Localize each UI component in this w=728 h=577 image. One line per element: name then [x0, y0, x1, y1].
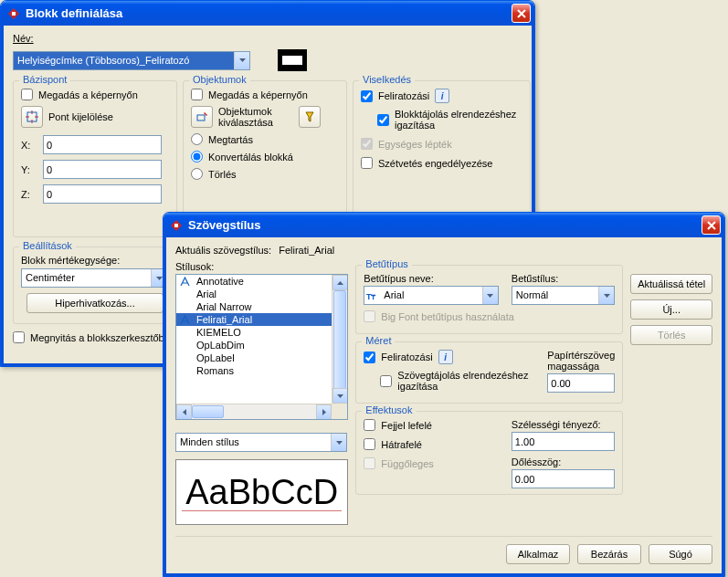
svg-marker-5: [156, 277, 163, 280]
vertical-label: Függőleges: [381, 458, 434, 469]
preview-text: AaBbCcD: [185, 473, 338, 512]
style-filter-value: Minden stílus: [176, 434, 331, 451]
quick-select-button[interactable]: [299, 106, 321, 128]
title-bar[interactable]: Szövegstílus: [164, 213, 724, 237]
close-button[interactable]: [512, 4, 531, 23]
style-item-label: Felirati_Arial: [196, 314, 252, 325]
style-list-item[interactable]: KIEMELO: [176, 326, 347, 339]
size-group: Méret Feliratozási i Szövegtájolás elren…: [355, 341, 623, 404]
styles-listbox[interactable]: AnnotativeArialArial NarrowFelirati_Aria…: [175, 274, 348, 420]
units-combo[interactable]: Centiméter: [21, 268, 167, 288]
chevron-down-icon[interactable]: [234, 52, 249, 69]
window-title: Szövegstílus: [188, 218, 702, 232]
annotative-checkbox[interactable]: [361, 90, 373, 102]
info-icon[interactable]: i: [435, 89, 449, 103]
hyperlink-button[interactable]: Hiperhivatkozás...: [26, 293, 164, 313]
effects-group: Effektusok Fejjel lefelé Hátrafelé: [355, 411, 623, 495]
apply-button[interactable]: Alkalmaz: [506, 544, 570, 564]
style-filter-combo[interactable]: Minden stílus: [175, 433, 347, 452]
effects-legend: Effektusok: [362, 404, 416, 415]
style-list-item[interactable]: Arial: [176, 288, 347, 300]
oblique-input[interactable]: [512, 469, 615, 488]
style-item-label: Arial: [196, 288, 216, 299]
size-annotative-checkbox[interactable]: [364, 351, 375, 363]
bigfont-label: Big Font betűtípus használata: [381, 311, 514, 322]
style-list-item[interactable]: Annotative: [176, 275, 347, 288]
backwards-checkbox[interactable]: [364, 438, 375, 450]
style-list-item[interactable]: OpLabel: [176, 351, 347, 364]
chevron-down-icon[interactable]: [482, 287, 498, 304]
annotative-icon: [180, 315, 191, 326]
font-style-combo[interactable]: Normál: [512, 286, 615, 305]
svg-text:Tᴛ: Tᴛ: [366, 292, 376, 301]
scroll-down-arrow[interactable]: [332, 388, 348, 404]
style-item-label: OpLabel: [196, 352, 235, 363]
paper-height-input[interactable]: [547, 373, 615, 393]
style-list-item[interactable]: Romans: [176, 364, 347, 377]
truetype-icon: Tᴛ: [364, 287, 380, 304]
title-bar[interactable]: Blokk definiálása: [1, 1, 534, 26]
objects-onscreen-checkbox[interactable]: [191, 89, 203, 100]
svg-marker-14: [487, 294, 493, 298]
style-list-item[interactable]: Felirati_Arial: [176, 313, 347, 326]
style-list-item[interactable]: Arial Narrow: [176, 300, 347, 313]
size-annotative-label: Feliratozási: [381, 351, 432, 362]
close-dialog-button[interactable]: Bezárás: [577, 544, 641, 564]
block-thumbnail: [278, 49, 307, 71]
basepoint-onscreen-checkbox[interactable]: [21, 89, 33, 100]
size-match-checkbox[interactable]: [380, 375, 392, 387]
basepoint-group: Bázispont Megadás a képernyőn Pont kijel…: [13, 80, 177, 237]
size-match-label: Szövegtájolás elrendezéshez igazítása: [397, 370, 534, 392]
scroll-right-arrow[interactable]: [316, 404, 332, 420]
size-legend: Méret: [362, 335, 395, 346]
select-objects-button[interactable]: [191, 106, 213, 128]
vertical-scrollbar[interactable]: [332, 275, 347, 404]
delete-radio[interactable]: [191, 168, 203, 180]
font-preview: AaBbCcD: [175, 459, 348, 525]
svg-marker-15: [604, 294, 610, 298]
z-input[interactable]: [43, 184, 162, 204]
upside-checkbox[interactable]: [364, 419, 375, 431]
styles-column: Stílusok: AnnotativeArialArial NarrowFel…: [175, 261, 348, 525]
help-button[interactable]: Súgó: [649, 544, 712, 564]
match-orient-checkbox[interactable]: [377, 114, 389, 126]
side-buttons: Aktuálissá tétel Új... Törlés: [630, 261, 712, 525]
new-button[interactable]: Új...: [630, 299, 712, 320]
retain-radio[interactable]: [191, 133, 203, 145]
uniform-scale-checkbox: [361, 138, 373, 150]
style-item-label: Romans: [196, 365, 234, 376]
allow-explode-checkbox[interactable]: [361, 157, 373, 169]
scroll-up-arrow[interactable]: [332, 275, 348, 290]
info-icon[interactable]: i: [438, 350, 453, 364]
convert-radio[interactable]: [191, 151, 203, 163]
style-list-item[interactable]: OpLabDim: [176, 339, 347, 351]
font-style-label: Betűstílus:: [512, 273, 615, 284]
pick-point-button[interactable]: [21, 106, 43, 128]
window-title: Blokk definiálása: [26, 6, 512, 20]
convert-label: Konvertálás blokká: [208, 152, 293, 163]
horizontal-scrollbar[interactable]: [176, 404, 347, 419]
properties-column: Betűtípus Betűtípus neve: Tᴛ Arial: [355, 261, 623, 525]
scroll-thumb-h[interactable]: [192, 405, 224, 418]
x-input[interactable]: [43, 135, 162, 154]
open-in-editor-checkbox[interactable]: [13, 331, 25, 343]
oblique-label: Dőlésszög:: [512, 456, 615, 467]
backwards-label: Hátrafelé: [381, 439, 422, 450]
scroll-left-arrow[interactable]: [176, 404, 192, 420]
objects-onscreen-label: Megadás a képernyőn: [208, 89, 308, 100]
y-input[interactable]: [43, 160, 162, 179]
font-name-combo[interactable]: Tᴛ Arial: [364, 286, 499, 305]
scroll-thumb[interactable]: [333, 290, 346, 391]
block-name-combo[interactable]: Helyiségcímke (Többsoros)_Feliratozó: [13, 51, 250, 70]
chevron-down-icon[interactable]: [598, 287, 614, 304]
style-item-label: OpLabDim: [196, 340, 245, 351]
chevron-down-icon[interactable]: [331, 434, 346, 451]
svg-rect-4: [197, 115, 205, 121]
font-group: Betűtípus Betűtípus neve: Tᴛ Arial: [355, 265, 623, 334]
set-current-button[interactable]: Aktuálissá tétel: [630, 274, 712, 294]
svg-rect-7: [174, 224, 178, 227]
settings-group: Beállítások Blokk mértékegysége: Centimé…: [13, 247, 177, 324]
close-button[interactable]: [702, 215, 721, 235]
bigfont-checkbox: [364, 310, 375, 322]
width-factor-input[interactable]: [512, 432, 615, 451]
